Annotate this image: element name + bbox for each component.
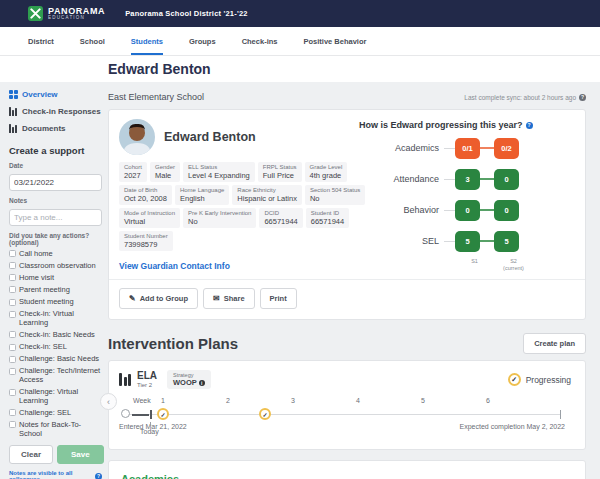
sidebar-item-label: Overview — [22, 90, 58, 99]
sidebar-item-overview[interactable]: Overview — [9, 90, 102, 99]
print-button[interactable]: Print — [260, 288, 297, 309]
checkbox-check-in-basic-needs[interactable]: Check-in: Basic Needs — [9, 331, 102, 340]
score-badge: 0 — [455, 200, 480, 221]
envelope-icon: ✉ — [213, 295, 220, 303]
add-to-group-button[interactable]: ✎ Add to Group — [119, 288, 198, 309]
tab-district[interactable]: District — [28, 27, 54, 55]
create-support-heading: Create a support — [9, 145, 102, 156]
timeline-end-marker — [560, 410, 561, 419]
field-cohort: Cohort2027 — [119, 162, 147, 182]
field-dcid: DCID66571944 — [259, 208, 302, 228]
field-ell-status: ELL StatusLevel 4 Expanding — [183, 162, 255, 182]
bar-chart-icon — [9, 107, 18, 116]
sidebar-item-documents[interactable]: Documents — [9, 124, 102, 133]
title-band: Edward Benton — [0, 56, 600, 82]
date-input[interactable] — [9, 174, 102, 191]
checkbox-challenge-virtual-learning[interactable]: Challenge: Virtual Learning — [9, 388, 102, 405]
checkbox-check-in-virtual-learning[interactable]: Check-in: Virtual Learning — [9, 310, 102, 327]
primary-nav: District School Students Groups Check-in… — [0, 27, 600, 56]
main-panel: East Elementary School Last complete syn… — [108, 90, 586, 479]
checkbox-icon — [9, 389, 16, 396]
notes-input[interactable] — [9, 209, 102, 226]
score-badge: 0 — [494, 169, 519, 190]
tab-groups[interactable]: Groups — [189, 27, 216, 55]
sidebar-item-label: Check-in Responses — [22, 107, 101, 116]
academics-card: Academics What is Edward's academic stat… — [108, 460, 586, 479]
info-icon[interactable]: i — [199, 380, 205, 386]
save-button[interactable]: Save — [57, 445, 104, 464]
progress-row-behavior: Behavior 0 0 — [359, 197, 575, 223]
progress-title: How is Edward progressing this year? ? — [359, 120, 575, 130]
progress-row-attendance: Attendance 3 0 — [359, 166, 575, 192]
guardian-contact-link[interactable]: View Guardian Contact Info — [119, 261, 230, 271]
checkbox-icon — [9, 409, 16, 416]
checkbox-challenge-sel[interactable]: Challenge: SEL — [9, 409, 102, 418]
field-date-of-birth: Date of BirthOct 20, 2008 — [119, 185, 172, 205]
field-student-id: Student ID66571944 — [306, 208, 349, 228]
checkbox-icon — [9, 421, 16, 428]
create-plan-button[interactable]: Create plan — [523, 333, 586, 354]
checkbox-notes-back-to-school[interactable]: Notes for Back-To-School — [9, 421, 102, 438]
checkbox-student-meeting[interactable]: Student meeting — [9, 298, 102, 307]
checkbox-icon — [9, 250, 16, 257]
checkbox-check-in-sel[interactable]: Check-in: SEL — [9, 343, 102, 352]
progress-column-labels: S1 S2(current) — [359, 258, 575, 272]
progress-row-sel: SEL 5 5 — [359, 228, 575, 254]
field-mode-of-instruction: Mode of InstructionVirtual — [119, 208, 180, 228]
checkbox-icon — [9, 368, 16, 375]
intervention-plans-heading: Intervention Plans — [108, 335, 238, 352]
brand-subtitle: EDUCATION — [48, 16, 105, 21]
checkbox-parent-meeting[interactable]: Parent meeting — [9, 286, 102, 295]
panorama-logo-icon — [28, 6, 43, 21]
info-icon[interactable]: ? — [579, 94, 586, 101]
student-name: Edward Benton — [164, 130, 256, 144]
grid-icon — [9, 90, 18, 99]
tab-positive-behavior[interactable]: Positive Behavior — [303, 27, 366, 55]
checkbox-icon — [9, 262, 16, 269]
notes-visibility-note: Notes are visible to all colleagues ? — [9, 470, 102, 479]
milestone-check-icon[interactable]: ✓ — [157, 408, 169, 420]
field-gender: GenderMale — [150, 162, 180, 182]
pencil-icon: ✎ — [129, 295, 136, 303]
student-avatar — [119, 119, 155, 155]
field-student-number: Student Number73998579 — [119, 231, 173, 251]
sidebar-item-label: Documents — [22, 124, 66, 133]
field-race-ethnicity: Race EthnicityHispanic or Latinx — [232, 185, 302, 205]
check-icon: ✓ — [508, 373, 521, 386]
timeline-track — [125, 414, 561, 415]
tab-school[interactable]: School — [80, 27, 105, 55]
score-badge: 0 — [494, 200, 519, 221]
book-icon — [119, 373, 132, 386]
student-info-fields: Cohort2027 GenderMale ELL StatusLevel 4 … — [119, 162, 377, 251]
checkbox-home-visit[interactable]: Home visit — [9, 274, 102, 283]
checkbox-icon — [9, 274, 16, 281]
district-name: Panorama School District '21-'22 — [125, 9, 248, 18]
checkbox-icon — [9, 311, 16, 318]
student-summary-card: Edward Benton Cohort2027 GenderMale ELL … — [108, 109, 586, 320]
checkbox-challenge-basic-needs[interactable]: Challenge: Basic Needs — [9, 355, 102, 364]
intervention-plan-card[interactable]: ELA Tier 2 Strategy WOOP i ✓ Progressing… — [108, 360, 586, 450]
progress-widget: How is Edward progressing this year? ? A… — [359, 120, 575, 272]
tab-students[interactable]: Students — [131, 27, 163, 55]
previous-plan-button[interactable]: ‹ — [100, 393, 117, 410]
checkbox-icon — [9, 344, 16, 351]
info-icon[interactable]: ? — [526, 122, 533, 129]
share-button[interactable]: ✉ Share — [203, 288, 255, 309]
score-badge: 5 — [455, 231, 480, 252]
checkbox-icon — [9, 299, 16, 306]
checkbox-icon — [9, 331, 16, 338]
app-header: PANORAMA EDUCATION Panorama School Distr… — [0, 0, 600, 27]
sidebar-item-check-in-responses[interactable]: Check-in Responses — [9, 107, 102, 116]
checkbox-call-home[interactable]: Call home — [9, 250, 102, 259]
checkbox-challenge-tech-internet-access[interactable]: Challenge: Tech/Internet Access — [9, 367, 102, 384]
clear-button[interactable]: Clear — [9, 445, 53, 464]
tab-check-ins[interactable]: Check-ins — [242, 27, 278, 55]
notes-label: Notes — [9, 197, 102, 204]
brand-lockup: PANORAMA EDUCATION — [48, 7, 105, 21]
checkbox-classroom-observation[interactable]: Classroom observation — [9, 262, 102, 271]
plan-status: ✓ Progressing — [508, 373, 571, 386]
info-icon[interactable]: ? — [95, 473, 102, 479]
field-pre-k-early-intervention: Pre K Early InterventionNo — [183, 208, 256, 228]
checkbox-icon — [9, 286, 16, 293]
milestone-check-icon[interactable]: ✓ — [259, 408, 271, 420]
